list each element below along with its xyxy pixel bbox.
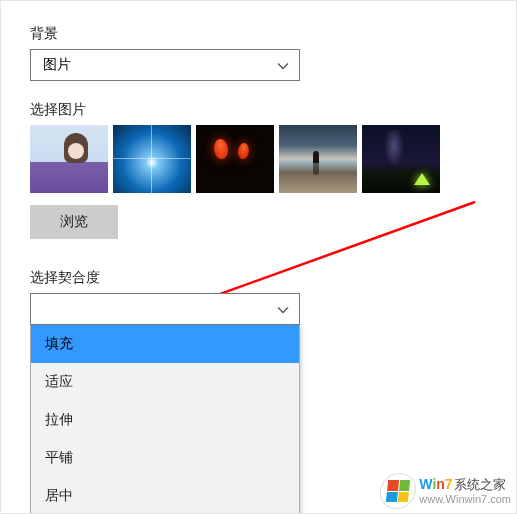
browse-button[interactable]: 浏览 — [30, 205, 118, 239]
watermark: Win7系统之家 www.Winwin7.com — [381, 474, 511, 508]
fit-dropdown[interactable] — [30, 293, 300, 325]
fit-options-panel: 填充 适应 拉伸 平铺 居中 跨区 — [30, 325, 300, 514]
thumb-woman-lavender[interactable] — [30, 125, 108, 193]
fit-option-stretch[interactable]: 拉伸 — [31, 401, 299, 439]
choose-picture-label: 选择图片 — [30, 101, 487, 119]
chevron-down-icon — [277, 303, 289, 315]
fit-label: 选择契合度 — [30, 269, 487, 287]
fit-option-fit[interactable]: 适应 — [31, 363, 299, 401]
chevron-down-icon — [277, 59, 289, 71]
background-dropdown-value: 图片 — [43, 56, 71, 74]
background-dropdown[interactable]: 图片 — [30, 49, 300, 81]
thumb-tulips[interactable] — [196, 125, 274, 193]
thumb-beach[interactable] — [279, 125, 357, 193]
watermark-url: www.Winwin7.com — [419, 493, 511, 506]
fit-option-fill[interactable]: 填充 — [31, 325, 299, 363]
fit-option-center[interactable]: 居中 — [31, 477, 299, 514]
background-label: 背景 — [30, 25, 487, 43]
thumbnail-row — [30, 125, 487, 193]
watermark-brand: Win7系统之家 — [419, 476, 511, 493]
fit-option-tile[interactable]: 平铺 — [31, 439, 299, 477]
windows-flag-icon — [380, 474, 418, 508]
thumb-windows-hero[interactable] — [113, 125, 191, 193]
thumb-night-tent[interactable] — [362, 125, 440, 193]
